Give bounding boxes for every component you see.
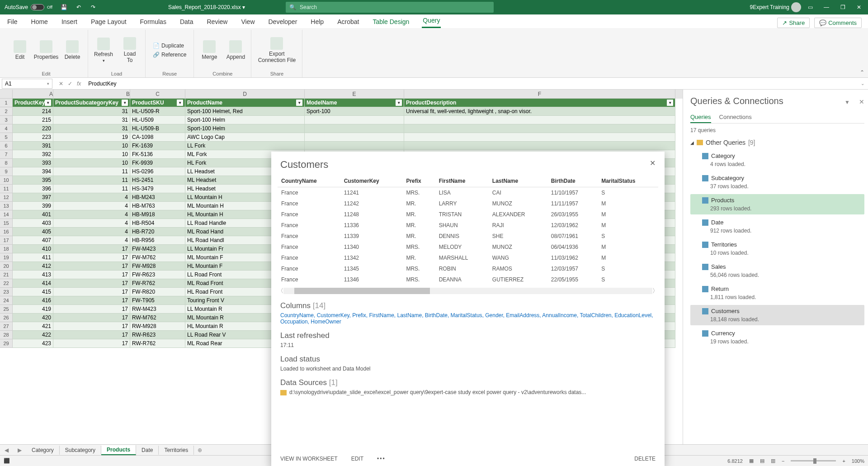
sheet-nav-next-icon[interactable]: ▶ <box>13 447 26 453</box>
row-num[interactable]: 27 <box>0 322 13 331</box>
cell[interactable]: 223 <box>13 133 53 142</box>
cell[interactable]: 401 <box>13 210 53 219</box>
th-sku[interactable]: ProductSKU▾ <box>130 99 185 107</box>
tab-insert[interactable]: Insert <box>61 15 78 28</box>
query-item-territories[interactable]: Territories 10 rows loaded. <box>690 238 864 259</box>
row-num[interactable]: 1 <box>0 99 13 107</box>
undo-icon[interactable]: ↶ <box>71 0 86 14</box>
th-desc[interactable]: ProductDescription▾ <box>404 99 675 107</box>
row-num[interactable]: 21 <box>0 271 13 279</box>
table-row[interactable]: 2 214 31 HL-U509-R Sport-100 Helmet, Red… <box>0 107 683 116</box>
cell[interactable]: 4 <box>53 202 130 210</box>
row-num[interactable]: 11 <box>0 185 13 193</box>
tab-view[interactable]: View <box>240 15 255 28</box>
cell[interactable]: 413 <box>13 271 53 279</box>
row-num[interactable]: 25 <box>0 305 13 314</box>
cell[interactable]: 19 <box>53 133 130 142</box>
cell[interactable]: RW-M423 <box>130 305 185 314</box>
tab-home[interactable]: Home <box>30 15 49 28</box>
cell[interactable]: 31 <box>53 107 130 116</box>
cell[interactable]: HB-M243 <box>130 193 185 202</box>
tab-developer[interactable]: Developer <box>268 15 298 28</box>
zoom-value[interactable]: 100% <box>852 458 864 464</box>
cell[interactable]: 410 <box>13 245 53 253</box>
popup-hscroll[interactable]: 〈 〉 <box>271 285 665 297</box>
cell[interactable]: 17 <box>53 279 130 288</box>
zoom-in-icon[interactable]: + <box>842 458 845 464</box>
cell[interactable]: 4 <box>53 210 130 219</box>
row-num[interactable]: 6 <box>0 142 13 150</box>
cell[interactable]: FW-R762 <box>130 279 185 288</box>
cell[interactable]: Sport-100 Helm <box>185 116 305 124</box>
cell[interactable] <box>404 124 675 133</box>
tab-connections[interactable]: Connections <box>719 112 752 123</box>
cell[interactable]: 414 <box>13 279 53 288</box>
cell[interactable]: FW-R623 <box>130 271 185 279</box>
refresh-button[interactable]: Refresh▾ <box>91 30 116 70</box>
row-num[interactable]: 8 <box>0 159 13 167</box>
ribbon-display-icon[interactable]: ▭ <box>803 0 817 14</box>
cell[interactable]: 10 <box>53 159 130 167</box>
cell[interactable]: 17 <box>53 296 130 305</box>
filter-icon[interactable]: ▾ <box>667 100 673 106</box>
row-num[interactable]: 2 <box>0 107 13 116</box>
cell[interactable]: 407 <box>13 236 53 245</box>
cell[interactable]: AWC Logo Cap <box>185 133 305 142</box>
tab-acrobat[interactable]: Acrobat <box>336 15 360 28</box>
row-num[interactable]: 14 <box>0 210 13 219</box>
tab-file[interactable]: File <box>6 15 19 28</box>
cell[interactable] <box>404 133 675 142</box>
cell[interactable]: HS-3479 <box>130 185 185 193</box>
row-num[interactable]: 15 <box>0 219 13 228</box>
tab-queries[interactable]: Queries <box>690 112 711 123</box>
query-item-return[interactable]: Return 1,811 rows loaded. <box>690 283 864 303</box>
enter-formula-icon[interactable]: ✓ <box>68 81 72 87</box>
cell[interactable] <box>305 116 404 124</box>
new-sheet-icon[interactable]: ⊕ <box>194 447 206 453</box>
row-num[interactable]: 7 <box>0 150 13 159</box>
col-C[interactable]: C <box>130 90 185 99</box>
cell[interactable]: 17 <box>53 339 130 348</box>
col-D[interactable]: D <box>185 90 305 99</box>
filter-icon[interactable]: ▾ <box>396 100 402 106</box>
query-item-customers[interactable]: Customers 18,148 rows loaded. <box>690 305 864 325</box>
loadto-button[interactable]: Load To <box>117 30 142 70</box>
reference-button[interactable]: 🔗Reference <box>150 51 189 59</box>
cell[interactable]: 17 <box>53 305 130 314</box>
query-item-subcategory[interactable]: Subcategory 37 rows loaded. <box>690 172 864 192</box>
save-icon[interactable]: 💾 <box>57 0 71 14</box>
edit-button[interactable]: Edit <box>7 30 33 70</box>
delete-button[interactable]: Delete <box>60 30 85 70</box>
query-item-products[interactable]: Products 293 rows loaded. <box>690 194 864 214</box>
tab-query[interactable]: Query <box>422 14 441 28</box>
cell[interactable]: 399 <box>13 202 53 210</box>
cell[interactable]: 17 <box>53 271 130 279</box>
cell[interactable]: 11 <box>53 185 130 193</box>
table-row[interactable]: 5 223 19 CA-1098 AWC Logo Cap <box>0 133 683 142</box>
cell[interactable]: Sport-100 Helmet, Red <box>185 107 305 116</box>
cell[interactable]: 4 <box>53 236 130 245</box>
tab-page-layout[interactable]: Page Layout <box>90 15 127 28</box>
row-num[interactable]: 20 <box>0 262 13 271</box>
cell[interactable]: FK-1639 <box>130 142 185 150</box>
row-num[interactable]: 12 <box>0 193 13 202</box>
cell[interactable] <box>305 124 404 133</box>
export-button[interactable]: Export Connection File <box>254 30 299 70</box>
query-item-currency[interactable]: Currency 19 rows loaded. <box>690 327 864 347</box>
cell[interactable]: 4 <box>53 228 130 236</box>
zoom-slider[interactable] <box>791 460 836 461</box>
cell[interactable] <box>404 116 675 124</box>
cell[interactable]: Sport-100 Helm <box>185 124 305 133</box>
cell[interactable]: HL-U509-R <box>130 107 185 116</box>
table-row[interactable]: 4 220 31 HL-U509-B Sport-100 Helm <box>0 124 683 133</box>
row-num[interactable]: 16 <box>0 228 13 236</box>
expand-formula-icon[interactable]: ⌄ <box>857 81 868 86</box>
cell[interactable]: FW-M423 <box>130 245 185 253</box>
view-normal-icon[interactable]: ▦ <box>749 458 754 464</box>
cell[interactable]: FW-M762 <box>130 253 185 262</box>
view-break-icon[interactable]: ▥ <box>771 458 775 464</box>
cell[interactable]: RW-M928 <box>130 322 185 331</box>
scroll-right-icon[interactable]: 〉 <box>652 287 658 295</box>
cell[interactable]: 393 <box>13 159 53 167</box>
query-item-date[interactable]: Date 912 rows loaded. <box>690 216 864 237</box>
